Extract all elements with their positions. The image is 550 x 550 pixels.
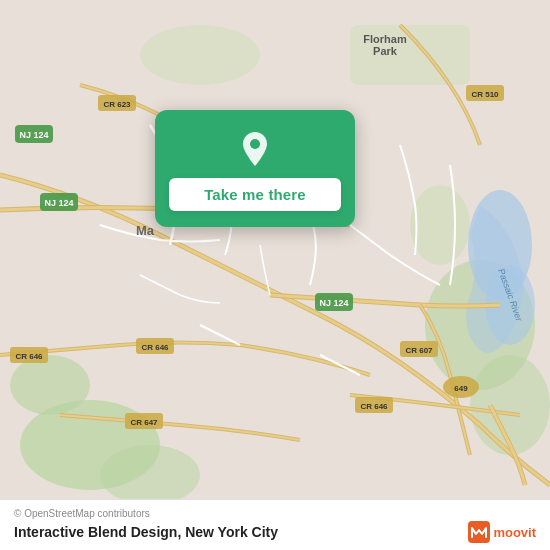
- map-svg: Passaic River: [0, 0, 550, 550]
- attribution-text: © OpenStreetMap contributors: [14, 508, 536, 519]
- svg-text:NJ 124: NJ 124: [319, 298, 348, 308]
- location-pin-icon: [235, 128, 275, 168]
- svg-text:Park: Park: [373, 45, 398, 57]
- svg-point-6: [410, 185, 470, 265]
- bottom-bar: © OpenStreetMap contributors Interactive…: [0, 499, 550, 550]
- svg-text:CR 607: CR 607: [405, 346, 433, 355]
- location-title: Interactive Blend Design, New York City …: [14, 521, 536, 543]
- moovit-icon: [468, 521, 490, 543]
- svg-point-2: [10, 355, 90, 415]
- svg-point-3: [100, 445, 200, 505]
- svg-text:CR 647: CR 647: [130, 418, 158, 427]
- svg-text:NJ 124: NJ 124: [19, 130, 48, 140]
- svg-text:Ma: Ma: [136, 223, 155, 238]
- take-me-there-button[interactable]: Take me there: [169, 178, 341, 211]
- svg-text:CR 510: CR 510: [471, 90, 499, 99]
- popup-card: Take me there: [155, 110, 355, 227]
- svg-text:649: 649: [454, 384, 468, 393]
- svg-text:NJ 124: NJ 124: [44, 198, 73, 208]
- moovit-label: moovit: [493, 525, 536, 540]
- map-container: Passaic River: [0, 0, 550, 550]
- moovit-badge: moovit: [468, 521, 536, 543]
- svg-text:Florham: Florham: [363, 33, 407, 45]
- svg-point-8: [140, 25, 260, 85]
- svg-text:CR 646: CR 646: [15, 352, 43, 361]
- location-title-text: Interactive Blend Design, New York City: [14, 524, 278, 540]
- svg-point-37: [250, 139, 260, 149]
- svg-text:CR 646: CR 646: [141, 343, 169, 352]
- svg-text:CR 623: CR 623: [103, 100, 131, 109]
- svg-text:CR 646: CR 646: [360, 402, 388, 411]
